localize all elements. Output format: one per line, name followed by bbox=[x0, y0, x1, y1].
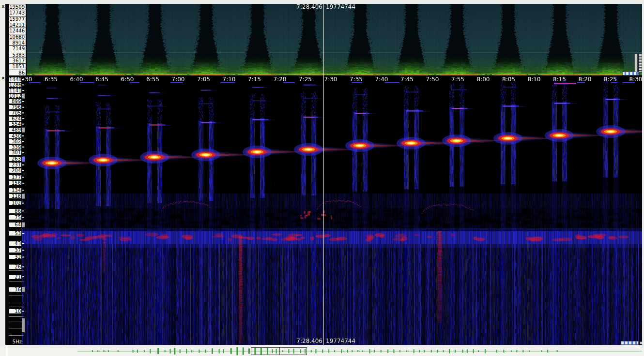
freq-tick-label: 37 bbox=[9, 248, 22, 253]
overview-cursor-divider[interactable] bbox=[279, 347, 280, 355]
time-tick-label: 7:25 bbox=[292, 76, 319, 83]
freq-minor-tick bbox=[9, 335, 22, 336]
freq-tick-label: 15977 bbox=[9, 16, 26, 22]
freq-tick-label: 489 bbox=[9, 127, 22, 133]
freq-tick-label: 7149 bbox=[9, 45, 26, 52]
freq-tick-label: 1141 bbox=[9, 88, 22, 93]
freq-tick-label: 26 bbox=[9, 264, 22, 269]
freq-tick-label: 32 bbox=[9, 254, 22, 260]
time-tick-label: 6:35 bbox=[38, 76, 65, 83]
cursor-frame-readout-bottom: 19774744 bbox=[326, 338, 355, 344]
time-tick-label: 8:00 bbox=[470, 76, 497, 83]
freq-tick-label: 554 bbox=[9, 121, 22, 127]
freq-tick-label: 12446 bbox=[9, 28, 26, 34]
app-window: x 19509177431597714211124461068089147149… bbox=[0, 0, 644, 356]
time-tick-label: 7:50 bbox=[419, 76, 446, 83]
freq-tick-label: 17743 bbox=[9, 10, 26, 16]
freq-tick-label: 796 bbox=[9, 104, 22, 110]
time-tick-label: 7:20 bbox=[266, 76, 293, 83]
freq-tick-label: 102 bbox=[9, 200, 22, 206]
freq-tick-label: 16 bbox=[9, 287, 22, 292]
freq-minor-tick bbox=[9, 307, 22, 307]
freq-tick-label: 14211 bbox=[9, 22, 26, 28]
freq-tick-label: 1012 bbox=[9, 93, 22, 99]
top-frequency-axis: 1950917743159771421112446106808914714953… bbox=[9, 4, 27, 75]
freq-tick-label: 10 bbox=[9, 309, 22, 314]
freq-tick-label: 53 bbox=[9, 231, 22, 236]
freq-unit-label: 5Hz bbox=[9, 339, 22, 344]
freq-tick-label: 19509 bbox=[9, 4, 26, 10]
spectrogram-main-canvas[interactable] bbox=[22, 75, 642, 345]
time-tick-label: 8:20 bbox=[571, 76, 598, 83]
freq-tick-label: 64 bbox=[9, 222, 22, 227]
freq-tick-label: 430 bbox=[9, 134, 22, 139]
freq-tick-label: 624 bbox=[9, 116, 22, 121]
freq-tick-label: 10680 bbox=[9, 34, 26, 40]
freq-tick-label: 5383 bbox=[9, 52, 26, 58]
time-tick-label: 7:00 bbox=[165, 76, 192, 83]
time-tick-label: 7:40 bbox=[368, 76, 395, 83]
time-tick-label: 7:35 bbox=[343, 76, 370, 83]
time-tick-label: 8:05 bbox=[495, 76, 522, 83]
cursor-frame-readout-top: 19774744 bbox=[326, 3, 355, 10]
freq-minor-tick bbox=[9, 282, 22, 282]
freq-tick-label: 301 bbox=[9, 150, 22, 155]
freq-tick-label: 177 bbox=[9, 175, 22, 180]
freq-tick-label: 899 bbox=[9, 99, 22, 104]
time-tick-label: 7:45 bbox=[394, 76, 421, 83]
time-tick-label: 6:55 bbox=[139, 76, 167, 83]
freq-minor-tick bbox=[9, 270, 22, 271]
time-tick-label: 8:10 bbox=[521, 76, 548, 83]
freq-tick-label: 204 bbox=[9, 168, 22, 173]
cursor-time-readout-bottom: 7:28.406 bbox=[261, 338, 322, 344]
freq-tick-label: 118 bbox=[9, 193, 22, 199]
waveform-overview-canvas[interactable] bbox=[0, 346, 644, 356]
overview-view-window-box[interactable] bbox=[251, 347, 307, 355]
freq-tick-label: 705 bbox=[9, 110, 22, 116]
freq-tick-label: 1286 bbox=[9, 82, 22, 88]
freq-tick-label: 339 bbox=[9, 145, 22, 150]
freq-tick-label: 75 bbox=[9, 215, 22, 220]
freq-tick-label: 231 bbox=[9, 162, 22, 167]
time-tick-label: 7:15 bbox=[241, 76, 268, 83]
time-tick-label: 7:10 bbox=[215, 76, 243, 83]
spectrogram-top-canvas[interactable] bbox=[27, 4, 642, 75]
freq-minor-tick bbox=[9, 316, 22, 317]
freq-tick-label: 263 bbox=[9, 156, 22, 162]
freq-minor-tick bbox=[9, 328, 22, 328]
cursor-time-readout-top: 7:28.406 bbox=[261, 3, 322, 10]
time-tick-label: 8:30 bbox=[622, 76, 644, 83]
freq-minor-tick bbox=[9, 296, 22, 296]
freq-tick-label: 86 bbox=[9, 208, 22, 214]
freq-tick-label: 3617 bbox=[9, 58, 26, 64]
main-axis-gutter bbox=[5, 75, 9, 345]
freq-tick-label: 86 bbox=[9, 70, 26, 76]
freq-minor-tick bbox=[9, 322, 22, 322]
freq-tick-label: 134 bbox=[9, 188, 22, 193]
time-tick-label: 7:55 bbox=[445, 76, 472, 83]
time-tick-label: 6:45 bbox=[89, 76, 116, 83]
freq-tick-label: 382 bbox=[9, 139, 22, 144]
time-tick-label: 7:05 bbox=[190, 76, 217, 83]
freq-tick-label: 43 bbox=[9, 241, 22, 246]
freq-tick-label: 21 bbox=[9, 274, 22, 280]
freq-tick-label: 1448 bbox=[9, 77, 22, 82]
freq-tick-label: 8914 bbox=[9, 40, 26, 46]
top-axis-gutter bbox=[5, 4, 9, 75]
time-tick-label: 7:30 bbox=[317, 76, 344, 83]
main-frequency-axis: 1448128611411012899796705624554489430382… bbox=[9, 75, 22, 345]
time-tick-label: 8:15 bbox=[546, 76, 573, 83]
time-tick-label: 6:40 bbox=[63, 76, 90, 83]
time-tick-label: 8:25 bbox=[597, 76, 624, 83]
freq-minor-tick bbox=[9, 303, 22, 303]
time-tick-label: 6:50 bbox=[114, 76, 141, 83]
freq-tick-label: 1851 bbox=[9, 63, 26, 70]
freq-tick-label: 156 bbox=[9, 180, 22, 186]
